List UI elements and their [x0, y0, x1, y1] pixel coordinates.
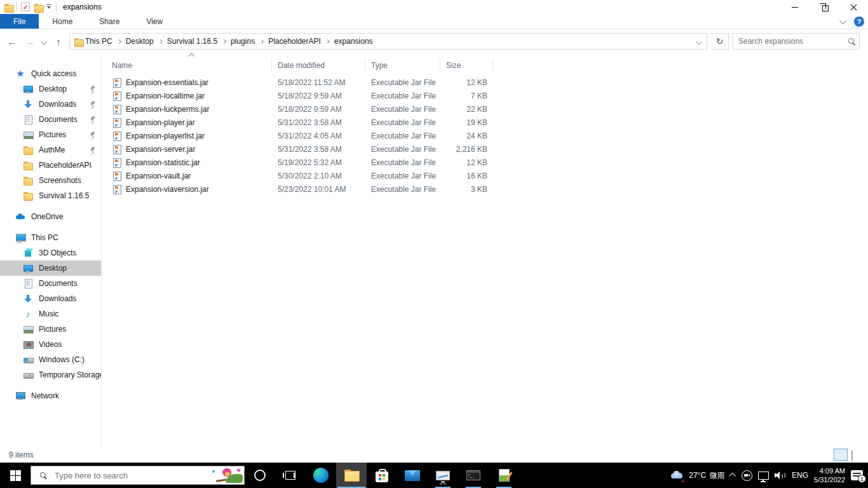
column-header-type[interactable]: Type [365, 58, 440, 72]
file-size: 24 KB [440, 132, 493, 140]
breadcrumb-segment[interactable]: plugins [228, 37, 257, 46]
minimize-button[interactable] [780, 0, 810, 14]
breadcrumb-segment[interactable]: Desktop [123, 37, 156, 46]
sidebar-item-documents[interactable]: Documents [0, 112, 101, 127]
document-icon [23, 278, 33, 288]
language-indicator[interactable]: ENG [792, 471, 808, 480]
forward-button[interactable]: → [23, 36, 37, 47]
customize-chevron-icon[interactable] [46, 4, 52, 10]
search-highlight-image[interactable] [210, 468, 243, 483]
taskbar-app-notes[interactable] [489, 463, 519, 488]
sidebar-item-screenshots[interactable]: Screenshots [0, 173, 101, 188]
taskbar-app-task-view[interactable] [275, 463, 306, 488]
sidebar-item-music[interactable]: ♪Music [0, 306, 101, 322]
taskbar-app-terminal[interactable] [458, 463, 489, 488]
refresh-button[interactable]: ↻ [711, 33, 729, 50]
sidebar-item-videos[interactable]: Videos [0, 337, 101, 352]
breadcrumb-chevron-icon[interactable] [259, 39, 264, 43]
sidebar-item-desktop[interactable]: Desktop [0, 261, 101, 276]
sidebar-item-desktop[interactable]: Desktop [0, 81, 101, 97]
breadcrumb-chevron-icon[interactable] [117, 39, 121, 43]
file-row[interactable]: Expansion-luckperms.jar5/18/2022 9:59 AM… [112, 102, 868, 116]
column-header-date-modified[interactable]: Date modified [272, 58, 365, 72]
sidebar-item-survival-1-16-5[interactable]: Survival 1.16.5 [0, 188, 101, 203]
file-row[interactable]: Expansion-server.jar5/31/2022 3:58 AMExe… [112, 142, 868, 156]
address-box[interactable]: This PCDesktopSurvival 1.16.5pluginsPlac… [69, 33, 707, 50]
notes-icon [499, 469, 510, 482]
breadcrumb-chevron-icon[interactable] [158, 39, 163, 43]
sidebar-item-windows-c-[interactable]: Windows (C:) [0, 352, 101, 367]
status-bar: 9 items [0, 447, 868, 462]
sidebar-item-pictures[interactable]: Pictures [0, 322, 101, 337]
taskbar-app-cortana[interactable] [245, 463, 275, 488]
restore-button[interactable] [810, 0, 839, 14]
tab-view[interactable]: View [133, 14, 176, 29]
sidebar-item-this-pc[interactable]: This PC [0, 230, 101, 245]
breadcrumb-segment[interactable]: Survival 1.16.5 [165, 37, 220, 46]
file-row[interactable]: Expansion-playerlist.jar5/31/2022 4:05 A… [112, 129, 868, 142]
taskbar-search-box[interactable] [31, 466, 245, 485]
recent-locations-chevron-icon[interactable] [41, 38, 48, 44]
sidebar-item-downloads[interactable]: Downloads [0, 291, 101, 306]
address-dropdown-button[interactable] [691, 34, 707, 49]
tab-home[interactable]: Home [39, 14, 86, 29]
action-center-icon[interactable]: 1 [851, 470, 863, 480]
expand-ribbon-chevron-icon[interactable] [839, 17, 846, 24]
sidebar-item-network[interactable]: Network [0, 388, 101, 403]
column-header-name[interactable]: Name [112, 58, 272, 72]
sidebar-item-quick-access[interactable]: ★Quick access [0, 66, 101, 81]
file-row[interactable]: Expansion-viaversion.jar5/23/2022 10:01 … [112, 182, 868, 196]
clock[interactable]: 4:09 AM 5/31/2022 [814, 466, 845, 484]
volume-icon[interactable] [775, 470, 786, 480]
file-type: Executable Jar File [365, 158, 440, 167]
sidebar-item-placeholderapi[interactable]: PlaceholderAPI [0, 158, 101, 173]
properties-check-icon[interactable]: ✓ [21, 3, 30, 11]
network-icon[interactable] [758, 471, 769, 480]
taskbar-search-input[interactable] [55, 471, 169, 480]
sidebar-item-label: 3D Objects [39, 248, 76, 257]
back-button[interactable]: ← [5, 36, 19, 47]
file-row[interactable]: Expansion-player.jar5/31/2022 3:58 AMExe… [112, 116, 868, 129]
taskbar-app-mail[interactable] [397, 463, 428, 488]
new-folder-icon[interactable] [34, 3, 43, 11]
file-row[interactable]: Expansion-localtime.jar5/18/2022 9:59 AM… [112, 89, 868, 102]
sidebar-item-label: OneDrive [31, 212, 64, 221]
sidebar-item-3d-objects[interactable]: 3D Objects [0, 245, 101, 261]
breadcrumb-chevron-icon[interactable] [222, 39, 226, 43]
weather-widget[interactable]: 27°C 微雨 [671, 470, 725, 481]
taskbar-app-file-explorer[interactable] [336, 463, 367, 488]
show-hidden-icons-chevron-icon[interactable] [729, 473, 736, 480]
breadcrumb-segment[interactable]: expansions [332, 37, 376, 46]
column-header-size[interactable]: Size [440, 58, 493, 72]
file-row[interactable]: Expansion-essentials.jar5/18/2022 11:52 … [112, 76, 868, 89]
details-view-button[interactable] [834, 449, 848, 461]
sidebar-item-downloads[interactable]: Downloads [0, 97, 101, 112]
tab-file[interactable]: File [0, 14, 39, 29]
sidebar-item-onedrive[interactable]: OneDrive [0, 209, 101, 224]
taskbar-app-system-monitor[interactable] [428, 463, 458, 488]
search-icon [848, 38, 855, 45]
close-button[interactable] [839, 0, 868, 14]
sidebar-item-label: Screenshots [39, 176, 81, 185]
file-row[interactable]: Expansion-statistic.jar5/19/2022 5:32 AM… [112, 156, 868, 169]
sidebar-item-documents[interactable]: Documents [0, 276, 101, 291]
file-row[interactable]: Expansion-vault.jar5/30/2022 2:10 AMExec… [112, 169, 868, 182]
sidebar-item-authme[interactable]: AuthMe [0, 142, 101, 158]
start-button[interactable] [0, 463, 31, 488]
sidebar-item-temporary-storage[interactable]: Temporary Storage [0, 367, 101, 383]
taskbar-app-edge[interactable] [306, 463, 336, 488]
breadcrumb-chevron-icon[interactable] [325, 39, 330, 43]
taskbar-app-store[interactable] [367, 463, 397, 488]
thumbnails-view-button[interactable] [849, 449, 863, 461]
meet-now-icon[interactable] [742, 470, 752, 481]
cloud-icon [15, 212, 25, 222]
search-input[interactable] [738, 37, 848, 46]
breadcrumb-segment[interactable]: PlaceholderAPI [266, 37, 323, 46]
tab-share[interactable]: Share [86, 14, 133, 29]
breadcrumb-segment[interactable]: This PC [83, 37, 115, 46]
column-header-label: Name [112, 61, 132, 70]
up-button[interactable]: ↑ [51, 36, 65, 47]
search-box[interactable] [733, 33, 860, 50]
help-button[interactable]: ? [854, 17, 864, 27]
sidebar-item-pictures[interactable]: Pictures [0, 127, 101, 142]
